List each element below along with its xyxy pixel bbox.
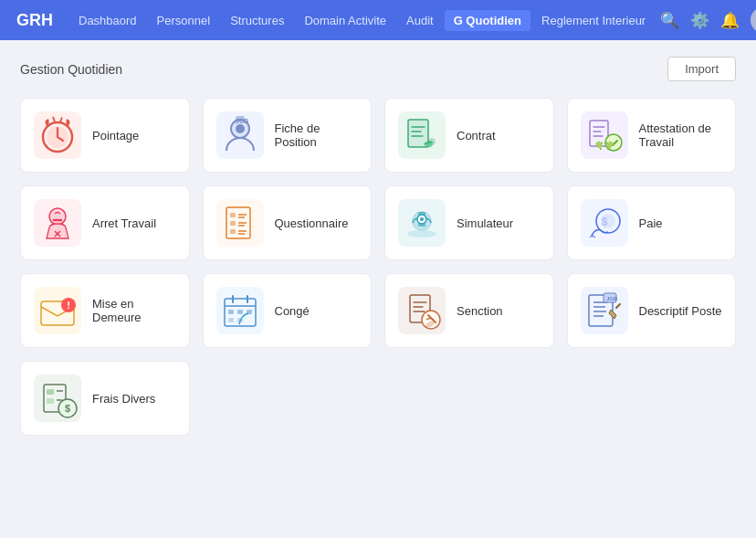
nav-item-reglement-interieur[interactable]: Reglement Interieur (532, 10, 655, 31)
content-header: Gestion Quotidien Import (20, 57, 736, 81)
card-pointage[interactable]: Pointage (20, 98, 190, 173)
import-button[interactable]: Import (667, 57, 736, 81)
card-label-pointage: Pointage (92, 129, 139, 142)
svg-rect-2 (59, 117, 63, 122)
simulateur-icon (398, 199, 446, 247)
card-label-sanction: Senction (457, 304, 503, 318)
nav-item-personnel[interactable]: Personnel (148, 10, 220, 31)
questionnaire-icon (216, 199, 264, 247)
bell-icon[interactable]: 🔔 (720, 11, 740, 30)
svg-point-5 (236, 124, 245, 133)
conge-icon (216, 287, 264, 334)
svg-rect-22 (230, 221, 236, 226)
nav-item-domain-activite[interactable]: Domain Activite (295, 10, 395, 31)
nav-item-g-quotidien[interactable]: G Quotidien (445, 10, 530, 31)
card-label-simulateur: Simulateur (457, 216, 513, 230)
svg-text:JOB: JOB (606, 296, 618, 301)
nav-item-dashbaord[interactable]: Dashbaord (69, 10, 146, 31)
svg-rect-48 (228, 318, 234, 322)
navbar: GRH DashbaordPersonnelStructuresDomain A… (0, 0, 756, 40)
svg-point-37 (601, 214, 615, 228)
svg-rect-23 (230, 229, 236, 234)
card-simulateur[interactable]: Simulateur (384, 185, 554, 260)
svg-text:!: ! (67, 300, 70, 311)
svg-point-34 (420, 217, 424, 221)
svg-text:$: $ (65, 403, 70, 414)
card-mise[interactable]: ! Mise en Demeure (20, 273, 190, 348)
settings-icon[interactable]: ⚙️ (690, 11, 709, 30)
svg-line-61 (616, 304, 620, 308)
frais-icon: $ (34, 374, 81, 422)
svg-rect-21 (230, 213, 236, 217)
attestation-icon (581, 111, 628, 159)
svg-point-30 (407, 230, 436, 237)
page-title: Gestion Quotidien (20, 62, 122, 77)
contrat-icon (398, 111, 446, 159)
card-label-conge: Congé (275, 304, 310, 318)
card-label-paie: Paie (639, 216, 663, 230)
card-label-frais: Frais Divers (92, 392, 155, 406)
search-icon[interactable]: 🔍 (660, 11, 679, 30)
card-contrat[interactable]: Contrat (384, 98, 554, 173)
paie-icon: $ (581, 199, 628, 247)
card-sanction[interactable]: Senction (384, 273, 554, 348)
main-content: Gestion Quotidien Import Pointage JOB Fi… (0, 40, 756, 452)
svg-rect-46 (237, 310, 243, 314)
card-attestation[interactable]: Attestation de Travail (567, 98, 737, 173)
card-fiche[interactable]: JOB Fiche de Position (203, 98, 373, 173)
arret-icon (34, 199, 81, 247)
nav-item-audit[interactable]: Audit (397, 10, 443, 31)
brand-logo[interactable]: GRH (16, 11, 53, 30)
card-label-contrat: Contrat (457, 129, 496, 142)
mise-icon: ! (34, 287, 81, 334)
pointage-icon (34, 111, 81, 159)
svg-rect-63 (47, 389, 54, 395)
card-conge[interactable]: Congé (203, 273, 373, 348)
card-label-descriptif: Descriptif Poste (639, 304, 722, 318)
card-label-fiche: Fiche de Position (275, 121, 359, 149)
descriptif-icon: JOB (581, 287, 628, 334)
card-frais[interactable]: $ Frais Divers (20, 361, 190, 436)
cards-grid: Pointage JOB Fiche de Position Contrat A… (20, 98, 736, 436)
avatar[interactable] (751, 7, 756, 33)
nav-links: DashbaordPersonnelStructuresDomain Activ… (69, 10, 655, 31)
svg-rect-45 (228, 310, 234, 314)
sanction-icon (398, 287, 446, 334)
nav-icons: 🔍 ⚙️ 🔔 (660, 7, 756, 33)
card-label-mise: Mise en Demeure (92, 297, 176, 324)
svg-rect-3 (52, 116, 56, 121)
card-label-arret: Arret Travail (92, 216, 156, 230)
card-arret[interactable]: Arret Travail (20, 185, 190, 260)
card-descriptif[interactable]: JOB Descriptif Poste (567, 273, 737, 348)
card-label-attestation: Attestation de Travail (639, 121, 723, 149)
svg-point-9 (428, 138, 436, 145)
nav-item-structures[interactable]: Structures (221, 10, 293, 31)
svg-text:JOB: JOB (236, 118, 248, 124)
card-questionnaire[interactable]: Questionnaire (203, 185, 373, 260)
card-paie[interactable]: $ Paie (567, 185, 737, 260)
fiche-icon: JOB (216, 111, 264, 159)
svg-rect-64 (47, 398, 54, 404)
card-label-questionnaire: Questionnaire (275, 216, 349, 230)
svg-point-16 (49, 208, 66, 225)
